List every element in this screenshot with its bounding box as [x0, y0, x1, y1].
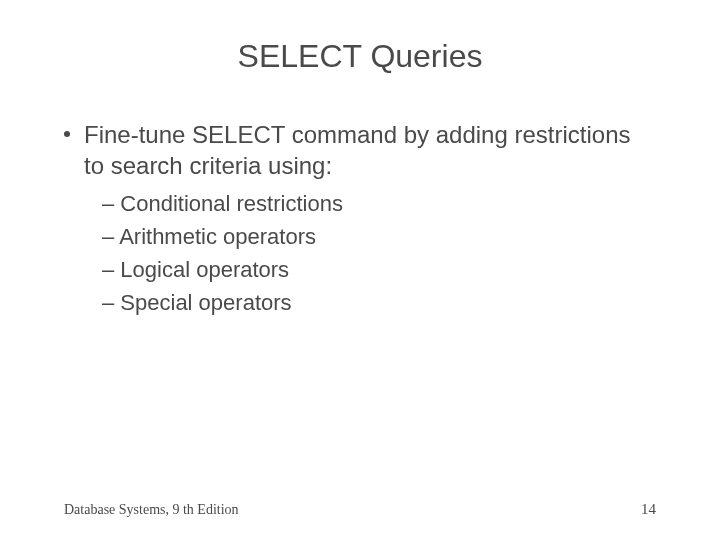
sub-item: – Conditional restrictions [102, 189, 656, 220]
bullet-dot-icon [64, 131, 70, 137]
footer: Database Systems, 9 th Edition 14 [64, 501, 656, 518]
sub-list: – Conditional restrictions – Arithmetic … [102, 189, 656, 318]
sub-item: – Logical operators [102, 255, 656, 286]
main-bullet: Fine-tune SELECT command by adding restr… [64, 119, 656, 181]
slide-container: SELECT Queries Fine-tune SELECT command … [0, 0, 720, 540]
slide-title: SELECT Queries [64, 38, 656, 75]
main-bullet-text: Fine-tune SELECT command by adding restr… [84, 119, 656, 181]
sub-item: – Special operators [102, 288, 656, 319]
sub-item: – Arithmetic operators [102, 222, 656, 253]
page-number: 14 [641, 501, 656, 518]
footer-source: Database Systems, 9 th Edition [64, 502, 239, 518]
